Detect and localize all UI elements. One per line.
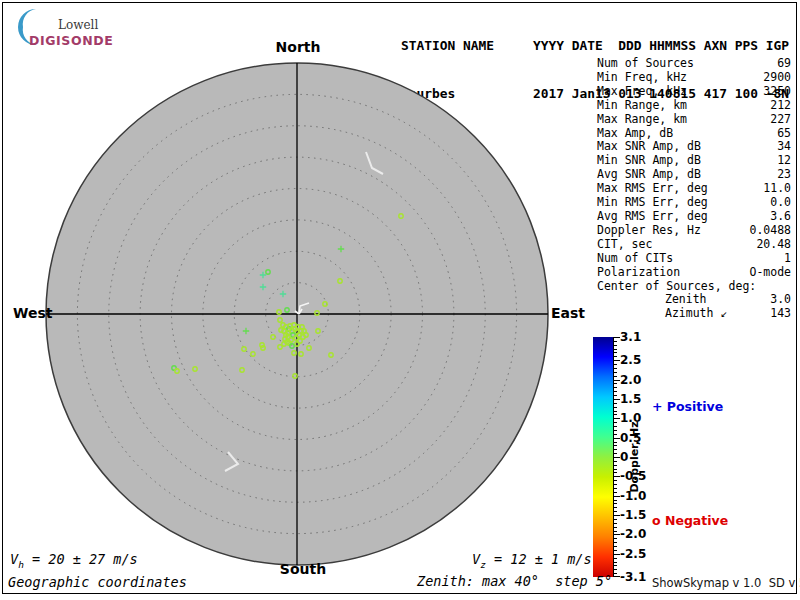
colorbar-minor-tick — [614, 376, 617, 377]
stat-label: CIT, sec — [597, 238, 652, 252]
colorbar-minor-tick — [614, 407, 617, 408]
colorbar-tick-label: 1.5 — [620, 392, 641, 406]
stat-label: Min Freq, kHz — [597, 71, 687, 85]
compass-label-east: East — [551, 305, 585, 321]
stat-row: Center of Sources, deg: — [597, 280, 791, 294]
colorbar-tick-label: -1.5 — [620, 508, 646, 522]
colorbar-minor-tick — [614, 387, 617, 388]
stat-label: Min SNR Amp, dB — [597, 154, 701, 168]
colorbar-minor-tick — [614, 519, 617, 520]
colorbar-minor-tick — [614, 461, 617, 462]
stat-label: Num of Sources — [597, 57, 694, 71]
colorbar-tick-label: -2.0 — [620, 527, 646, 541]
stat-label: Max Range, km — [597, 113, 687, 127]
stat-value: 227 — [770, 113, 791, 127]
colorbar-minor-tick — [614, 469, 617, 470]
colorbar-minor-tick — [614, 527, 617, 528]
stat-row: Azimuth ↙143 — [597, 307, 791, 321]
colorbar-minor-tick — [614, 507, 617, 508]
compass-label-south: South — [263, 561, 343, 577]
colorbar-minor-tick — [614, 465, 617, 466]
stat-value: 12 — [777, 154, 791, 168]
colorbar-minor-tick — [614, 542, 617, 543]
stat-row: Min Freq, kHz2900 — [597, 71, 791, 85]
stat-label: Max Freq, kHz — [597, 85, 687, 99]
colorbar-minor-tick — [614, 422, 617, 423]
stat-value: 23 — [777, 168, 791, 182]
colorbar-minor-tick — [614, 383, 617, 384]
colorbar-minor-tick — [614, 523, 617, 524]
stats-panel: Num of Sources69Min Freq, kHz2900Max Fre… — [597, 57, 791, 321]
colorbar-minor-tick — [614, 449, 617, 450]
stat-value: 11.0 — [763, 182, 791, 196]
stat-label: Max Amp, dB — [597, 127, 673, 141]
legend-negative: o Negative — [652, 513, 728, 528]
colorbar-tick-label: 2.0 — [620, 372, 641, 386]
colorbar-minor-tick — [614, 395, 617, 396]
stat-label: Polarization — [597, 266, 680, 280]
stat-value: 65 — [777, 127, 791, 141]
colorbar-tick-label: -2.5 — [620, 546, 646, 560]
stat-row: Doppler Res, Hz0.0488 — [597, 224, 791, 238]
vertical-velocity-label: Vz = 12 ± 1 m/s — [472, 551, 592, 570]
stat-row: Max Amp, dB65 — [597, 127, 791, 141]
colorbar-tick-label: 2.5 — [620, 353, 641, 367]
stat-value: 20.48 — [756, 238, 791, 252]
colorbar-minor-tick — [614, 356, 617, 357]
colorbar-minor-tick — [614, 492, 617, 493]
stat-row: Max SNR Amp, dB34 — [597, 140, 791, 154]
horizontal-velocity-label: Vh = 20 ± 27 m/s — [10, 551, 138, 570]
colorbar-minor-tick — [614, 472, 617, 473]
software-version-label: ShowSkymap v 1.0 SD v 5.1 — [652, 576, 794, 590]
stat-label: Center of Sources, deg: — [597, 280, 756, 294]
colorbar-minor-tick — [614, 414, 617, 415]
stat-row: CIT, sec20.48 — [597, 238, 791, 252]
colorbar-minor-tick — [614, 445, 617, 446]
stat-row: PolarizationO-mode — [597, 266, 791, 280]
stat-label: Max SNR Amp, dB — [597, 140, 701, 154]
colorbar-minor-tick — [614, 403, 617, 404]
stat-label: Max RMS Err, deg — [597, 182, 708, 196]
stat-label: Azimuth ↙ — [597, 307, 727, 321]
colorbar-minor-tick — [614, 341, 617, 342]
colorbar-minor-tick — [614, 480, 617, 481]
colorbar-minor-tick — [614, 352, 617, 353]
colorbar-minor-tick — [614, 488, 617, 489]
stat-label: Zenith — [597, 293, 707, 307]
stat-value: 0.0 — [770, 196, 791, 210]
stat-value: 2900 — [763, 71, 791, 85]
doppler-colorbar: 3.12.52.01.51.00.50-0.5-1.0-1.5-2.0-2.5-… — [593, 337, 613, 577]
stat-row: Max RMS Err, deg11.0 — [597, 182, 791, 196]
stat-row: Avg SNR Amp, dB23 — [597, 168, 791, 182]
legend-positive: + Positive — [652, 399, 723, 414]
stat-row: Max Range, km227 — [597, 113, 791, 127]
colorbar-minor-tick — [614, 442, 617, 443]
colorbar-gradient — [593, 337, 613, 577]
stat-row: Num of CITs1 — [597, 252, 791, 266]
stat-value: 69 — [777, 57, 791, 71]
stat-label: Avg SNR Amp, dB — [597, 168, 701, 182]
colorbar-minor-tick — [614, 426, 617, 427]
colorbar-minor-tick — [614, 558, 617, 559]
colorbar-minor-tick — [614, 500, 617, 501]
colorbar-minor-tick — [614, 391, 617, 392]
stat-row: Min SNR Amp, dB12 — [597, 154, 791, 168]
colorbar-minor-tick — [614, 511, 617, 512]
stat-value: 0.0488 — [749, 224, 791, 238]
colorbar-minor-tick — [614, 562, 617, 563]
colorbar-minor-tick — [614, 484, 617, 485]
colorbar-tick-label: 3.1 — [620, 330, 641, 344]
stat-value: 3.0 — [770, 293, 791, 307]
colorbar-minor-tick — [614, 569, 617, 570]
colorbar-minor-tick — [614, 538, 617, 539]
stat-row: Zenith3.0 — [597, 293, 791, 307]
stat-row: Avg RMS Err, deg3.6 — [597, 210, 791, 224]
colorbar-minor-tick — [614, 349, 617, 350]
stat-value: 143 — [770, 307, 791, 321]
stat-row: Min RMS Err, deg0.0 — [597, 196, 791, 210]
colorbar-minor-tick — [614, 430, 617, 431]
stat-label: Min RMS Err, deg — [597, 196, 708, 210]
colorbar-minor-tick — [614, 565, 617, 566]
colorbar-minor-tick — [614, 453, 617, 454]
compass-label-west: West — [13, 305, 45, 321]
